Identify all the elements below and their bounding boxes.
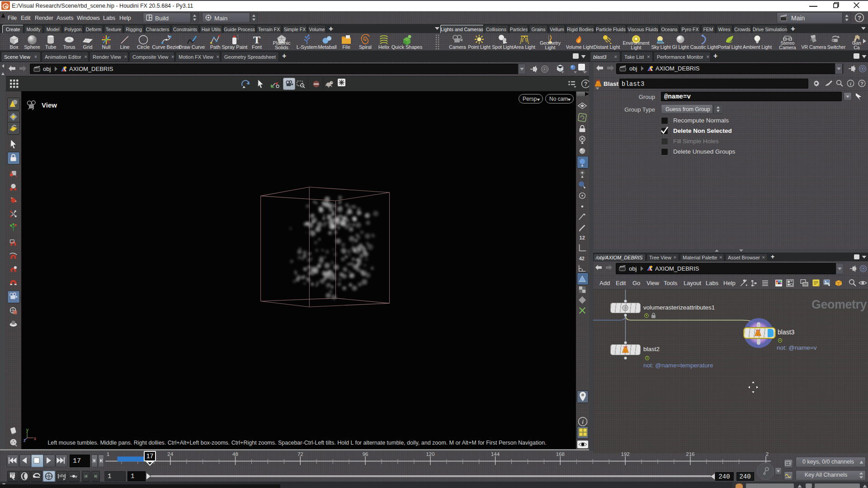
svg-text:z: z [24,438,26,443]
svg-text:i: i [582,418,584,425]
svg-text:?: ? [860,81,863,86]
svg-text:i: i [850,81,852,86]
svg-text:x: x [34,436,36,441]
svg-text:?: ? [584,81,588,87]
svg-text:12: 12 [580,235,585,240]
svg-text:?: ? [858,14,861,21]
svg-text:y: y [26,428,28,432]
